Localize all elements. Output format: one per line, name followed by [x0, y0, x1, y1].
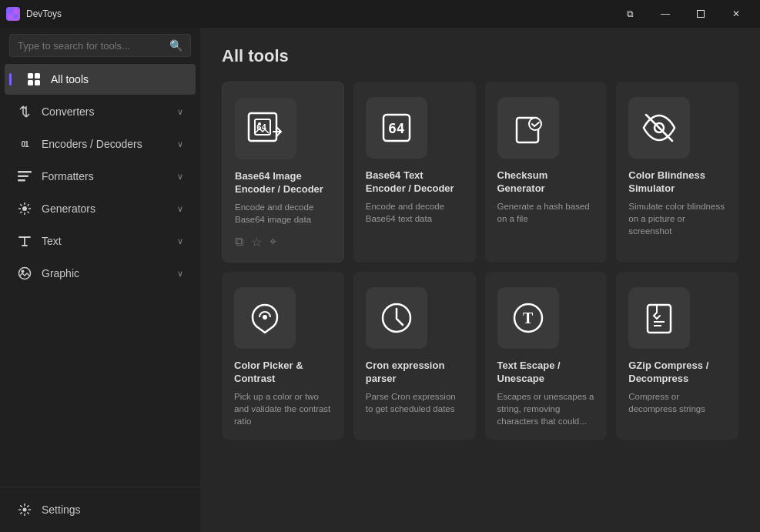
sidebar-label-text: Text	[42, 235, 168, 247]
sidebar-label-converters: Converters	[42, 105, 168, 118]
svg-rect-1	[14, 9, 18, 13]
settings-icon	[17, 502, 32, 517]
sidebar-label-settings: Settings	[42, 504, 183, 516]
sidebar-label-encoders: Encoders / Decoders	[42, 138, 168, 150]
titlebar-left: DevToys	[6, 7, 62, 21]
tool-name-cron: Cron expression parser	[366, 360, 464, 386]
chevron-generators: ∨	[177, 204, 183, 214]
svg-rect-0	[8, 9, 12, 13]
svg-point-22	[529, 118, 541, 130]
svg-point-25	[263, 315, 267, 320]
graphic-icon	[17, 266, 32, 281]
tool-name-base64-image: Base64 Image Encoder / Decoder	[235, 170, 331, 196]
chevron-formatters: ∨	[177, 172, 183, 182]
svg-rect-9	[18, 176, 28, 178]
app-body: 🔍 All tools Converters ∨	[0, 28, 760, 532]
svg-text:T: T	[523, 309, 534, 326]
tool-desc-base64-image: Encode and decode Base64 image data	[235, 201, 331, 226]
tool-desc-color-picker: Pick up a color or two and validate the …	[234, 390, 332, 427]
svg-rect-2	[8, 15, 12, 18]
tool-card-base64-image[interactable]: 64 Base64 Image Encoder / Decoder Encode…	[222, 82, 344, 263]
svg-rect-10	[18, 179, 25, 182]
svg-point-14	[23, 508, 27, 512]
search-input[interactable]	[18, 40, 163, 52]
sidebar-footer: Settings	[0, 487, 200, 532]
sidebar-item-formatters[interactable]: Formatters ∨	[5, 161, 196, 192]
tool-name-color-picker: Color Picker & Contrast	[234, 360, 332, 386]
sidebar-label-formatters: Formatters	[42, 170, 168, 182]
tool-card-gzip[interactable]: GZip Compress / Decompress Compress or d…	[616, 272, 738, 440]
formatters-icon	[17, 169, 32, 184]
tool-icon-gzip	[628, 287, 690, 349]
tool-card-base64-text[interactable]: 64 Base64 Text Encoder / Decoder Encode …	[353, 82, 476, 263]
tool-card-color-blindness[interactable]: Color Blindness Simulator Simulate color…	[616, 82, 738, 263]
encoders-icon: 01	[17, 136, 32, 152]
restore-icon	[697, 10, 705, 18]
active-indicator	[9, 73, 12, 85]
sidebar-item-generators[interactable]: Generators ∨	[5, 193, 196, 224]
chevron-graphic: ∨	[177, 269, 183, 279]
tool-card-text-escape[interactable]: T Text Escape / Unescape Escapes or unes…	[485, 272, 608, 440]
svg-text:64: 64	[388, 120, 405, 136]
copy-action[interactable]: ⧉	[235, 235, 243, 249]
pin-action[interactable]: ⌖	[270, 235, 276, 249]
generators-icon	[17, 201, 32, 216]
text-icon	[17, 233, 32, 249]
sidebar-item-settings[interactable]: Settings	[5, 494, 196, 525]
sidebar-item-encoders-decoders[interactable]: 01 Encoders / Decoders ∨	[5, 129, 196, 159]
search-bar[interactable]: 🔍	[9, 34, 191, 57]
main-content: All tools 64 Base64 Image Encoder / Deco…	[200, 28, 760, 532]
tool-name-checksum: Checksum Generator	[497, 169, 595, 196]
tool-actions-base64-image: ⧉ ☆ ⌖	[235, 235, 331, 249]
svg-rect-29	[648, 305, 671, 333]
sidebar-label-all-tools: All tools	[51, 73, 183, 85]
chevron-text: ∨	[177, 236, 183, 246]
tool-desc-base64-text: Encode and decode Base64 text data	[366, 200, 464, 250]
app-title: DevToys	[26, 8, 62, 19]
star-action[interactable]: ☆	[251, 235, 262, 249]
tool-icon-text-escape: T	[497, 287, 559, 349]
close-button[interactable]: ✕	[718, 0, 754, 28]
svg-point-12	[19, 268, 31, 279]
svg-rect-6	[28, 80, 33, 85]
tool-icon-color-blindness	[628, 97, 690, 159]
svg-rect-3	[14, 15, 18, 18]
svg-point-18	[258, 122, 261, 125]
minimize-button[interactable]: —	[648, 0, 683, 28]
restore-button[interactable]	[683, 0, 718, 28]
tool-icon-base64-image: 64	[235, 98, 296, 159]
tools-grid: 64 Base64 Image Encoder / Decoder Encode…	[222, 82, 738, 440]
extra-button[interactable]: ⧉	[612, 0, 648, 28]
tool-icon-color-picker	[234, 287, 296, 349]
all-tools-icon	[26, 72, 42, 87]
tool-desc-gzip: Compress or decompress strings	[628, 390, 726, 427]
tool-icon-cron	[366, 287, 427, 349]
search-icon: 🔍	[169, 39, 182, 52]
sidebar-item-all-tools[interactable]: All tools	[5, 64, 196, 95]
tool-name-text-escape: Text Escape / Unescape	[497, 360, 595, 386]
svg-point-11	[22, 206, 27, 211]
tool-desc-checksum: Generate a hash based on a file	[497, 200, 595, 250]
sidebar-item-text[interactable]: Text ∨	[5, 226, 196, 256]
tool-desc-color-blindness: Simulate color blindness on a picture or…	[628, 200, 726, 250]
app-icon	[6, 7, 20, 21]
tool-name-color-blindness: Color Blindness Simulator	[628, 169, 726, 196]
tool-card-cron[interactable]: Cron expression parser Parse Cron expres…	[353, 272, 476, 440]
page-title: All tools	[222, 46, 738, 66]
svg-rect-4	[28, 73, 33, 79]
sidebar-label-generators: Generators	[42, 202, 168, 215]
sidebar-item-graphic[interactable]: Graphic ∨	[5, 258, 196, 289]
tool-card-checksum[interactable]: Checksum Generator Generate a hash based…	[485, 82, 608, 263]
tool-name-gzip: GZip Compress / Decompress	[628, 360, 726, 386]
window-controls: ⧉ — ✕	[612, 0, 754, 28]
svg-rect-7	[35, 80, 40, 85]
tool-desc-cron: Parse Cron expression to get scheduled d…	[366, 390, 464, 427]
svg-rect-8	[18, 171, 32, 173]
tool-card-color-picker[interactable]: Color Picker & Contrast Pick up a color …	[222, 272, 344, 440]
chevron-encoders: ∨	[177, 139, 183, 149]
sidebar-item-converters[interactable]: Converters ∨	[5, 96, 196, 127]
svg-point-13	[22, 270, 25, 273]
titlebar: DevToys ⧉ — ✕	[0, 0, 760, 28]
converters-icon	[17, 104, 32, 119]
sidebar: 🔍 All tools Converters ∨	[0, 28, 200, 532]
